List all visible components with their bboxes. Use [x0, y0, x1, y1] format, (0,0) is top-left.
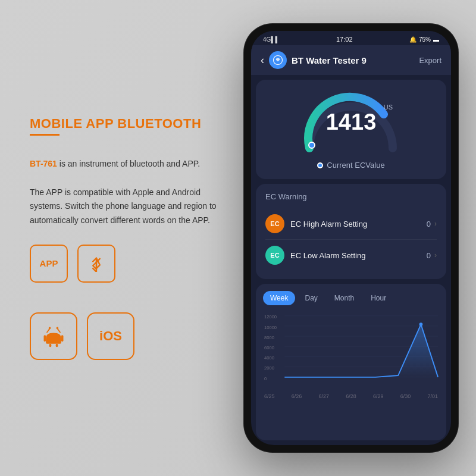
ios-box[interactable]: iOS — [87, 312, 134, 360]
svg-line-6 — [47, 328, 50, 332]
tab-week[interactable]: Week — [263, 291, 295, 305]
x-label-630: 6/30 — [400, 393, 411, 399]
title-section: MOBILE APP BLUETOOTH — [30, 116, 220, 145]
desc-part2: The APP is compatible with Apple and And… — [30, 187, 217, 226]
x-label-625: 6/25 — [264, 393, 275, 399]
svg-text:12000: 12000 — [264, 314, 277, 320]
tab-month[interactable]: Month — [327, 291, 361, 305]
ec-high-right: 0 › — [427, 220, 437, 228]
ec-low-value: 0 — [427, 251, 431, 260]
time-display: 17:02 — [336, 36, 353, 43]
app-label: APP — [40, 258, 58, 268]
gauge-section: 1413 US Current ECValue — [256, 80, 446, 179]
signal-indicator: 4G▌▌ — [263, 36, 280, 43]
ec-high-alarm-item[interactable]: EC EC High Alarm Setting 0 › — [265, 208, 437, 240]
gauge-dot — [317, 162, 323, 168]
status-bar: 4G▌▌ 17:02 🔔 75% ▬ — [251, 31, 451, 45]
export-button[interactable]: Export — [419, 56, 441, 65]
left-side: MOBILE APP BLUETOOTH BT-761 is an instru… — [30, 116, 220, 360]
chart-tabs: Week Day Month Hour — [263, 291, 439, 305]
bt761-label: BT-761 — [30, 159, 57, 168]
app-header-left: ‹ BT Water Tester 9 — [261, 51, 367, 69]
ec-warning-section: EC Warning EC EC High Alarm Setting 0 › … — [256, 184, 446, 279]
ec-low-label: EC Low Alarm Setting — [290, 251, 365, 260]
ec-high-badge: EC — [265, 214, 284, 233]
x-label-629: 6/29 — [373, 393, 384, 399]
ec-low-badge: EC — [265, 246, 284, 265]
gauge-label: Current ECValue — [317, 161, 384, 170]
phone-screen: 4G▌▌ 17:02 🔔 75% ▬ ‹ — [251, 31, 451, 445]
app-logo — [269, 51, 287, 69]
svg-text:0: 0 — [264, 376, 267, 381]
ec-low-right: 0 › — [427, 251, 437, 260]
chart-section: Week Day Month Hour 12000 10000 8000 600… — [256, 284, 446, 440]
x-label-626: 6/26 — [292, 393, 302, 399]
battery-indicator: 🔔 75% ▬ — [409, 36, 439, 43]
app-header: ‹ BT Water Tester 9 Export — [251, 45, 451, 75]
battery-icon: 🔔 — [409, 36, 416, 43]
chart-svg: 12000 10000 8000 6000 4000 2000 0 — [263, 311, 439, 389]
chart-x-labels: 6/25 6/26 6/27 6/28 6/29 6/30 7/01 — [263, 393, 439, 399]
android-icon — [40, 323, 67, 349]
page-container: MOBILE APP BLUETOOTH BT-761 is an instru… — [0, 0, 476, 476]
svg-rect-5 — [56, 344, 58, 347]
svg-rect-4 — [49, 344, 52, 347]
ec-high-label: EC High Alarm Setting — [290, 220, 367, 228]
ec-low-alarm-item[interactable]: EC EC Low Alarm Setting 0 › — [265, 240, 437, 271]
ec-high-value: 0 — [427, 220, 431, 228]
x-label-701: 7/01 — [427, 393, 438, 399]
desc-part1: is an instrument of bluetooth and APP. — [57, 159, 200, 168]
svg-text:10000: 10000 — [264, 325, 277, 330]
icon-buttons: APP — [30, 245, 220, 283]
bluetooth-icon — [88, 255, 105, 272]
x-label-628: 6/28 — [346, 393, 356, 399]
bluetooth-icon-box[interactable] — [77, 245, 115, 283]
gauge-unit: US — [384, 104, 393, 111]
svg-text:6000: 6000 — [264, 345, 274, 350]
svg-text:2000: 2000 — [264, 365, 274, 371]
android-box[interactable] — [30, 312, 77, 360]
svg-point-27 — [419, 322, 423, 326]
svg-line-7 — [57, 328, 60, 332]
battery-percent: 75% — [419, 36, 431, 43]
x-label-627: 6/27 — [318, 393, 329, 399]
phone-container: 4G▌▌ 17:02 🔔 75% ▬ ‹ — [244, 24, 458, 452]
description: BT-761 is an instrument of bluetooth and… — [30, 157, 220, 228]
chevron-right-icon-2: › — [434, 251, 437, 259]
ec-high-alarm-left: EC EC High Alarm Setting — [265, 214, 367, 233]
tab-hour[interactable]: Hour — [364, 291, 393, 305]
svg-text:8000: 8000 — [264, 335, 274, 340]
battery-bar: ▬ — [433, 36, 439, 43]
svg-point-11 — [309, 142, 315, 148]
logo-icon — [273, 55, 283, 65]
main-title: MOBILE APP BLUETOOTH — [30, 116, 220, 131]
title-underline — [30, 134, 60, 136]
svg-text:4000: 4000 — [264, 355, 274, 361]
chevron-right-icon: › — [434, 220, 437, 228]
ios-label: iOS — [99, 328, 122, 344]
svg-rect-3 — [61, 335, 64, 342]
svg-point-8 — [49, 327, 51, 329]
gauge-wrapper: 1413 US — [298, 92, 405, 157]
app-icon-box[interactable]: APP — [30, 245, 68, 283]
back-button[interactable]: ‹ — [261, 54, 264, 67]
svg-rect-2 — [44, 335, 46, 342]
app-title: BT Water Tester 9 — [292, 55, 367, 65]
platform-icons: iOS — [30, 312, 220, 360]
ec-warning-title: EC Warning — [265, 192, 437, 201]
svg-marker-26 — [284, 324, 438, 377]
ec-low-alarm-left: EC EC Low Alarm Setting — [265, 246, 365, 265]
svg-point-9 — [57, 327, 59, 329]
gauge-label-text: Current ECValue — [327, 161, 384, 170]
gauge-value: 1413 — [326, 109, 377, 135]
tab-day[interactable]: Day — [298, 291, 324, 305]
